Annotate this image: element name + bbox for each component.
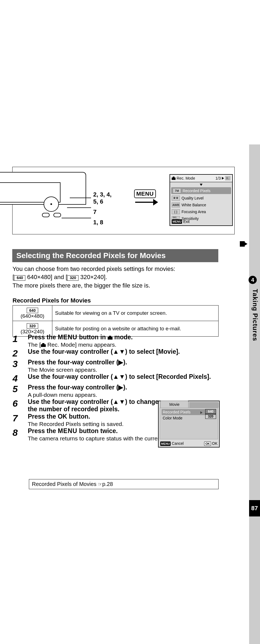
step-5: 5 Press the four-way controller (▶).A pu… (13, 384, 233, 398)
step-ref-mid: 7 (93, 208, 96, 216)
option-320: 320 (205, 414, 216, 419)
desc-cell: Suitable for viewing on a TV or computer… (52, 306, 219, 321)
leader-line (67, 207, 91, 208)
page-indicator: 1/3 (216, 176, 221, 180)
step-ref-bot: 1, 8 (93, 219, 103, 226)
menu-item: Recorded Pixels (163, 410, 191, 414)
menu-item: White Balance (182, 203, 206, 207)
arrow-right-icon (135, 201, 159, 204)
step-3: 3 Press the four-way controller (▶).The … (13, 359, 233, 373)
triangle-right-icon (200, 411, 202, 414)
exit-label: Exit (183, 219, 189, 224)
x-tag: X↓ (225, 176, 231, 180)
ok-badge: OK (204, 442, 211, 446)
control-diagram: 2, 3, 4, 5, 6 7 1, 8 MENU Rec. Mode 1/3 … (12, 167, 235, 234)
menu-tag: 7M (173, 188, 181, 193)
movie-tab: Movie (160, 401, 189, 408)
small-button-right (53, 213, 61, 217)
step-2: 2 Use the four-way controller (▲▼) to se… (13, 348, 233, 359)
table-row: 640(640×480) Suitable for viewing on a T… (13, 306, 219, 321)
sidebar (249, 144, 260, 644)
pointing-hand-icon: ☞ (98, 482, 102, 487)
menu-tag: [ ] (172, 209, 180, 214)
intro-text: You can choose from two recorded pixels … (13, 265, 220, 290)
ok-label: OK (212, 441, 217, 446)
menu-item: Color Mode (163, 416, 182, 420)
menu-badge-small: MENU (160, 442, 171, 446)
movie-menu-screen: Movie Recorded Pixels Color Mode 640 320… (158, 401, 220, 448)
table-heading: Recorded Pixels for Movies (13, 297, 220, 305)
chapter-number-badge: 4 (249, 276, 257, 284)
menu-button-label: MENU (134, 189, 156, 198)
triangle-right-icon (222, 177, 224, 180)
cross-reference-box: Recorded Pixels of Movies ☞p.28 (29, 479, 219, 489)
leader-line (70, 198, 91, 198)
triangle-down-icon (200, 184, 202, 186)
res-cell: 640(640×480) (13, 306, 52, 321)
rec-mode-menu-screen: Rec. Mode 1/3 X↓ 7MRecorded Pixels ★★Qua… (170, 174, 233, 226)
menu-title: Rec. Mode (177, 176, 195, 180)
option-640: 640 (205, 409, 216, 414)
camera-icon (41, 343, 46, 347)
menu-item: Focusing Area (182, 210, 206, 214)
menu-tag: ★★ (172, 196, 180, 201)
res-chip-320: 320 (67, 275, 78, 281)
menu-item: Recorded Pixels (183, 189, 210, 193)
res-chip-640: 640 (14, 275, 25, 281)
cancel-label: Cancel (172, 441, 184, 446)
section-side-label: Taking Pictures (251, 289, 259, 341)
camera-illustration (0, 172, 86, 221)
step-ref-top: 2, 3, 4, 5, 6 (93, 191, 111, 205)
camera-icon (108, 336, 113, 340)
step-4: 4 Use the four-way controller (▲▼) to se… (13, 373, 233, 384)
recorded-pixels-table: 640(640×480) Suitable for viewing on a T… (13, 305, 219, 337)
leader-line (62, 218, 91, 218)
page-number: 87 (249, 500, 260, 516)
movie-mode-icon (240, 241, 247, 247)
small-button-left (42, 213, 50, 217)
section-heading: Selecting the Recorded Pixels for Movies (12, 249, 218, 262)
dpad-icon (44, 196, 59, 212)
menu-tag: AWB (172, 202, 180, 207)
step-1: 1 Press the MENU button in mode. The [ R… (13, 334, 233, 348)
menu-item: Quality Level (182, 196, 204, 200)
menu-badge-small: MENU (172, 219, 182, 224)
camera-icon (172, 177, 176, 180)
